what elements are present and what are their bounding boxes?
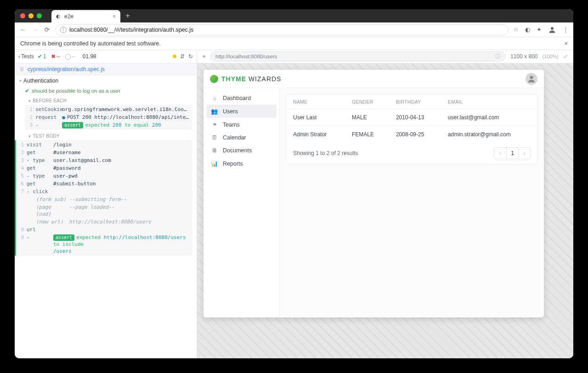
app-header: THYME WIZARDS xyxy=(204,70,544,88)
cypress-favicon-icon: ◐ xyxy=(56,13,61,19)
command-row[interactable]: 8url xyxy=(16,226,192,234)
users-icon: 👥 xyxy=(211,108,218,115)
table-footer: Showing 1 to 2 of 2 results ‹ 1 › xyxy=(287,143,537,164)
command-row[interactable]: 2requestPOST 200 http://localhost:8080/a… xyxy=(25,113,192,121)
table-header: NAME xyxy=(287,95,345,109)
table-header: BIRTHDAY xyxy=(390,95,441,109)
table-row[interactable]: Admin StratorFEMALE2008-09-25admin.strat… xyxy=(287,126,537,143)
circle-icon: ◯ xyxy=(65,53,71,60)
selector-playground-icon[interactable]: ⌖ xyxy=(203,53,206,60)
chrome-menu-icon[interactable]: ⋮ xyxy=(563,26,569,33)
address-bar[interactable]: i localhost:8080/__/#/tests/integration/… xyxy=(55,24,509,35)
command-row[interactable]: 5- typeuser-pwd xyxy=(16,172,192,180)
sidebar-item-reports[interactable]: 📊Reports xyxy=(206,157,277,170)
profile-avatar-icon[interactable] xyxy=(548,26,556,34)
expand-icon[interactable]: ⤢ xyxy=(563,53,568,60)
sidebar-item-calendar[interactable]: 🗓Calendar xyxy=(206,131,277,144)
run-timer: 01.98 xyxy=(83,53,96,60)
pager-next[interactable]: › xyxy=(518,148,530,159)
aut-frame: THYME WIZARDS ⌂Dashboard👥Users⚭Teams🗓Cal… xyxy=(204,70,544,317)
banner-close-icon[interactable]: × xyxy=(565,40,568,47)
automation-banner-text: Chrome is being controlled by automated … xyxy=(20,40,161,47)
pager-current[interactable]: 1 xyxy=(506,148,518,159)
pager: ‹ 1 › xyxy=(494,147,531,159)
cell-email: user.last@gmail.com xyxy=(441,109,537,126)
command-row[interactable]: 4get#password xyxy=(16,164,192,172)
window-close-dot[interactable] xyxy=(20,13,25,18)
check-icon: ✔ xyxy=(25,88,29,94)
command-event-row: (page load)--page loaded-- xyxy=(16,203,192,218)
run-stats: ✔1 ✖-- ◯-- 01.98 xyxy=(38,53,96,60)
table-header: GENDER xyxy=(345,95,390,109)
cypress-ext-icon[interactable]: ◐ xyxy=(525,26,530,33)
table-row[interactable]: User LastMALE2010-04-13user.last@gmail.c… xyxy=(287,109,537,126)
window-maximize-dot[interactable] xyxy=(37,13,42,18)
x-icon: ✖ xyxy=(51,53,56,60)
command-row[interactable]: 9- assertexpected http://localhost:8080/… xyxy=(16,234,192,255)
test-body-commands: 1visit/login2get#username3- typeuser.las… xyxy=(15,140,192,256)
preview-url-field[interactable]: http://localhost:8080/users ⓘ xyxy=(210,51,506,61)
app-logo[interactable]: THYME WIZARDS xyxy=(210,75,281,83)
tab-close-icon[interactable]: × xyxy=(113,13,116,20)
command-row[interactable]: 3- assertexpected 200 to equal 200 xyxy=(25,121,192,129)
tab-title: e2e xyxy=(64,13,74,20)
svg-point-1 xyxy=(530,76,533,79)
sidebar-item-label: Teams xyxy=(223,122,240,128)
test-title-row[interactable]: ✔ should be possible to log on as a user xyxy=(15,86,197,96)
nav-forward-icon[interactable]: → xyxy=(31,26,39,33)
sidebar-item-label: Dashboard xyxy=(223,95,251,101)
viewport-resize-icon[interactable]: ⇵ xyxy=(180,53,185,60)
command-event-row: (new url)http://localhost:8080/users xyxy=(16,218,192,226)
suite-title[interactable]: ▾ Authentication xyxy=(15,75,197,86)
test-body-label: ▾ TEST BODY xyxy=(15,132,197,140)
preview-info-icon[interactable]: ⓘ xyxy=(495,53,501,60)
caret-down-icon: ▾ xyxy=(19,78,22,83)
app-brand-text: THYME WIZARDS xyxy=(221,75,281,83)
results-summary: Showing 1 to 2 of 2 results xyxy=(293,150,358,156)
caret-down-icon: ▾ xyxy=(28,99,31,103)
cell-email: admin.strator@gmail.com xyxy=(441,126,537,143)
nav-reload-icon[interactable]: ⟳ xyxy=(43,26,51,33)
command-row[interactable]: 7- click xyxy=(16,188,192,195)
rerun-icon[interactable]: ↻ xyxy=(188,53,193,60)
thyme-logo-icon xyxy=(210,75,218,83)
window-minimize-dot[interactable] xyxy=(28,13,34,18)
svg-point-0 xyxy=(551,27,554,30)
nav-back-icon[interactable]: ← xyxy=(19,26,27,33)
user-avatar[interactable] xyxy=(526,73,537,85)
tests-back-button[interactable]: ‹ Tests xyxy=(18,53,34,60)
app-sidebar: ⌂Dashboard👥Users⚭Teams🗓Calendar🗎Document… xyxy=(204,88,280,317)
users-table-card: NAMEGENDERBIRTHDAYEMAIL User LastMALE201… xyxy=(286,95,537,164)
viewport-dims: 1100 x 800 xyxy=(510,53,537,60)
check-icon: ✔ xyxy=(38,53,42,60)
cell-birthday: 2008-09-25 xyxy=(390,126,441,143)
teams-icon: ⚭ xyxy=(211,121,218,128)
stat-failed: ✖-- xyxy=(51,53,60,60)
sidebar-item-dashboard[interactable]: ⌂Dashboard xyxy=(206,92,277,105)
site-info-icon[interactable]: i xyxy=(60,27,67,33)
sidebar-item-users[interactable]: 👥Users xyxy=(206,105,277,118)
command-row[interactable]: 2get#username xyxy=(16,149,192,156)
bookmark-star-icon[interactable]: ☆ xyxy=(513,26,519,33)
sidebar-item-documents[interactable]: 🗎Documents xyxy=(206,144,277,157)
stat-pending: ◯-- xyxy=(65,53,75,60)
browser-tab[interactable]: ◐ e2e × xyxy=(51,10,120,23)
sidebar-item-label: Documents xyxy=(223,147,252,154)
address-text: localhost:8080/__/#/tests/integration/au… xyxy=(69,27,193,33)
command-row[interactable]: 1visit/login xyxy=(16,141,192,149)
command-row[interactable]: 6get#submit-button xyxy=(16,180,192,188)
automation-banner: Chrome is being controlled by automated … xyxy=(15,37,573,50)
sidebar-item-label: Reports xyxy=(223,161,243,167)
sidebar-item-label: Calendar xyxy=(223,134,246,141)
sidebar-item-teams[interactable]: ⚭Teams xyxy=(206,118,277,131)
cell-name: Admin Strator xyxy=(287,126,345,143)
file-icon: 🗎 xyxy=(19,66,25,72)
command-row[interactable]: 3- typeuser.last@gmail.com xyxy=(16,156,192,164)
spec-file-link[interactable]: cypress/integration/auth.spec.js xyxy=(28,66,105,72)
cypress-reporter-panel: ‹ Tests ✔1 ✖-- ◯-- 01.98 ⇵ ↻ 🗎 cypress/i… xyxy=(15,50,197,358)
extensions-icon[interactable]: ✦ xyxy=(537,26,542,33)
pager-prev[interactable]: ‹ xyxy=(494,148,506,159)
command-row[interactable]: 1setCookieorg.springframework.web.servle… xyxy=(25,106,192,113)
new-tab-button[interactable]: ＋ xyxy=(124,11,131,21)
command-event-row: (form sub)--submitting form-- xyxy=(16,195,192,203)
